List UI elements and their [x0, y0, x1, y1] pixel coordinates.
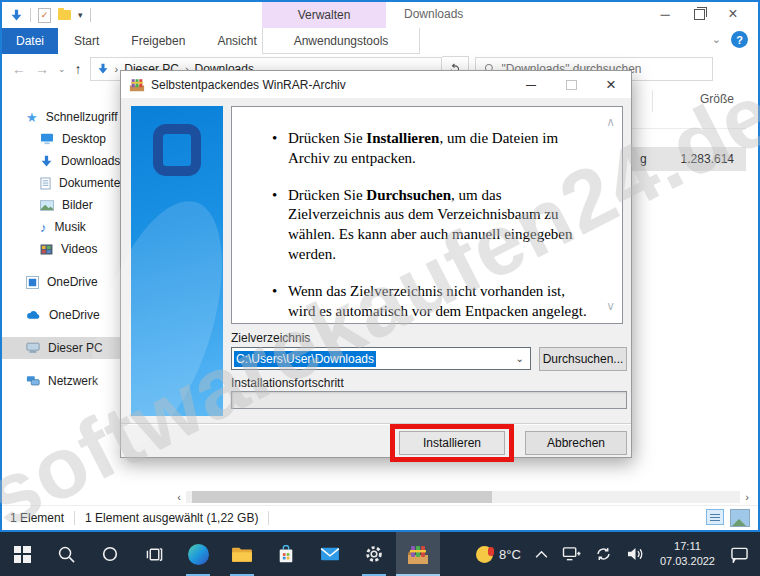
instruction-bullet: Drücken Sie Durchsuchen, um das Zielverz… [272, 186, 588, 265]
screen: ✓ ▾ Verwalten Downloads ─ × Datei Start … [0, 0, 760, 576]
winrar-taskbar-button[interactable] [396, 532, 440, 576]
thumbnail-view-icon[interactable] [730, 509, 750, 527]
scroll-left-icon[interactable]: ‹ [172, 491, 186, 503]
winrar-sfx-dialog: Selbstentpackendes WinRAR-Archiv ─ × Drü… [120, 70, 632, 458]
task-view-icon [145, 546, 164, 563]
update-tray-button[interactable] [590, 532, 617, 576]
settings-button[interactable] [352, 532, 396, 576]
taskbar-search-button[interactable] [44, 532, 88, 576]
music-note-icon: ♪ [40, 220, 47, 235]
instruction-bullet: Drücken Sie Installieren, um die Dateien… [272, 129, 588, 169]
restore-icon [694, 9, 705, 20]
properties-icon[interactable]: ✓ [38, 8, 51, 23]
minimize-button[interactable]: ─ [648, 2, 682, 26]
scroll-down-icon[interactable]: ∨ [606, 299, 615, 315]
maximize-icon [566, 80, 577, 90]
winrar-icon [129, 78, 145, 92]
destination-combobox[interactable]: C:\Users\User\Downloads ⌄ [231, 347, 531, 370]
progress-bar [231, 391, 627, 409]
picture-icon [40, 200, 54, 211]
up-icon[interactable]: ↑ [75, 61, 82, 77]
dialog-close-button[interactable]: × [591, 71, 631, 98]
destination-value[interactable]: C:\Users\User\Downloads [234, 351, 376, 367]
customize-toolbar-icon[interactable]: ▾ [78, 10, 83, 20]
divider [90, 8, 91, 22]
task-view-button[interactable] [132, 532, 176, 576]
close-button[interactable]: × [716, 2, 750, 26]
sync-icon [595, 546, 612, 562]
film-icon [40, 244, 53, 255]
cortana-icon [101, 545, 119, 563]
sfx-instructions: Drücken Sie Installieren, um die Dateien… [231, 106, 623, 324]
status-bar: 1 Element 1 Element ausgewählt (1,22 GB) [2, 505, 758, 530]
highlight-annotation [390, 424, 514, 462]
start-button[interactable] [0, 532, 44, 576]
tray-overflow-button[interactable] [530, 532, 553, 576]
item-count: 1 Element [10, 511, 64, 525]
dialog-maximize-button [551, 71, 591, 98]
clock-time: 17:11 [660, 539, 715, 554]
store-icon [277, 545, 295, 564]
collapse-ribbon-icon[interactable]: ⌄ [712, 33, 721, 46]
forward-icon[interactable]: → [35, 61, 49, 77]
clock-date: 07.03.2022 [660, 554, 715, 569]
scrollbar-track[interactable] [186, 491, 740, 503]
volume-tray-button[interactable] [621, 532, 650, 576]
scroll-up-icon[interactable]: ∧ [606, 115, 615, 131]
downloads-folder-icon[interactable] [10, 9, 23, 22]
weather-icon [476, 546, 493, 563]
tab-freigeben[interactable]: Freigeben [115, 28, 201, 54]
destination-label: Zielverzeichnis [231, 331, 310, 345]
weather-widget[interactable]: 8°C [471, 532, 526, 576]
scroll-right-icon[interactable]: › [740, 491, 754, 503]
edge-button[interactable] [176, 532, 220, 576]
cortana-button[interactable] [88, 532, 132, 576]
file-explorer-button[interactable] [220, 532, 264, 576]
windows-logo-icon [14, 546, 31, 563]
column-header-size[interactable]: Größe [652, 90, 744, 112]
cancel-button[interactable]: Abbrechen [525, 431, 627, 455]
selection-info: 1 Element ausgewählt (1,22 GB) [85, 511, 258, 525]
divider [268, 511, 269, 525]
chevron-up-icon [535, 550, 548, 559]
tab-datei[interactable]: Datei [2, 28, 58, 54]
store-button[interactable] [264, 532, 308, 576]
sfx-banner [131, 106, 223, 416]
ribbon-tabs: Datei Start Freigeben Ansicht Anwendungs… [2, 28, 758, 55]
onedrive-square-icon [26, 276, 39, 289]
action-center-button[interactable] [725, 532, 754, 576]
quick-access-toolbar: ✓ ▾ [2, 8, 91, 23]
network-tray-icon [562, 546, 581, 562]
document-icon [40, 177, 51, 190]
browse-button[interactable]: Durchsuchen... [539, 347, 627, 371]
action-center-icon [730, 546, 749, 563]
help-icon[interactable]: ? [731, 31, 748, 48]
computer-icon [26, 342, 40, 354]
new-folder-icon[interactable] [58, 10, 71, 20]
restore-button[interactable] [682, 2, 716, 26]
file-name-fragment: g [640, 152, 647, 166]
desktop-icon [40, 133, 54, 145]
contextual-tab-verwalten[interactable]: Verwalten [262, 2, 386, 28]
sfx-logo-icon [153, 124, 201, 176]
details-view-icon[interactable] [706, 509, 724, 525]
search-icon [57, 545, 76, 564]
explorer-titlebar: ✓ ▾ Verwalten Downloads ─ × [2, 2, 758, 28]
horizontal-scrollbar[interactable]: ‹ › [172, 490, 754, 504]
download-arrow-icon [40, 155, 53, 168]
edge-icon [188, 544, 209, 565]
scrollbar-thumb[interactable] [192, 491, 492, 503]
star-icon: ★ [26, 110, 38, 125]
dialog-minimize-button[interactable]: ─ [511, 71, 551, 98]
mail-button[interactable] [308, 532, 352, 576]
network-tray-button[interactable] [557, 532, 586, 576]
winrar-icon [406, 544, 430, 565]
tab-start[interactable]: Start [58, 28, 115, 54]
back-icon[interactable]: ← [12, 61, 26, 77]
tab-anwendungstools[interactable]: Anwendungstools [262, 28, 420, 54]
instruction-bullet: Wenn das Zielverzeichnis nicht vorhanden… [272, 282, 588, 322]
clock[interactable]: 17:11 07.03.2022 [654, 539, 721, 569]
chevron-down-icon[interactable]: ⌄ [516, 353, 530, 364]
divider [121, 423, 631, 425]
recent-locations-icon[interactable]: ⌄ [58, 64, 66, 74]
